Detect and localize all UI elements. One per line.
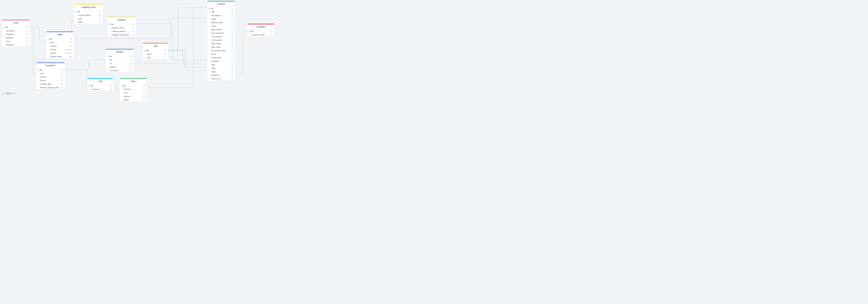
table-row[interactable]: Countryint — [36, 75, 65, 79]
table-cart[interactable]: CartidintCustomerint — [87, 78, 114, 91]
table-row[interactable]: category nameint — [107, 26, 136, 30]
table-seller[interactable]: SelleridintUserintCountryintPicturelongt… — [46, 31, 74, 59]
table-tag[interactable]: Tagidintnameintcolorint — [143, 43, 168, 59]
table-shipping[interactable]: shipping costsidintcountry/regionintcost… — [74, 4, 103, 24]
table-customer[interactable]: CustomeridintUserintCountryintPictureint… — [36, 62, 65, 90]
key-icon — [209, 7, 211, 9]
column-name: Creation date — [40, 83, 52, 85]
table-row[interactable]: Byint — [106, 58, 134, 62]
table-row[interactable]: Category pictureint — [107, 30, 136, 33]
column-type: int — [61, 73, 63, 74]
table-row[interactable]: Primary shipping addressint — [36, 86, 65, 89]
column-name: id — [78, 10, 80, 13]
table-row[interactable]: Fifth pictureint — [208, 42, 235, 45]
table-row[interactable]: Commentint? — [106, 69, 134, 72]
table-row[interactable]: Tag2int — [208, 66, 235, 70]
table-row[interactable]: costint — [74, 17, 103, 21]
table-row[interactable]: Picturelongtext? — [46, 48, 74, 51]
table-row[interactable]: idint — [2, 26, 30, 29]
table-row[interactable]: Common nameint — [248, 33, 274, 37]
column-type: int — [231, 36, 233, 38]
column-type: int — [231, 39, 233, 41]
table-row[interactable]: Stockint — [208, 53, 235, 56]
table-row[interactable]: lastnameint — [2, 36, 30, 39]
table-item[interactable]: ItemidintProductintCartintAmountintStock… — [120, 78, 147, 102]
table-row[interactable]: Categoryint — [208, 59, 235, 63]
column-name: To — [110, 62, 112, 65]
table-row[interactable]: idint — [107, 23, 136, 26]
table-row[interactable]: Toint — [106, 62, 134, 65]
table-row[interactable]: firstnameint — [2, 33, 30, 36]
table-row[interactable]: Pictureint — [36, 79, 65, 82]
table-row[interactable]: colorint — [143, 56, 168, 59]
column-type: int — [271, 30, 273, 32]
table-row[interactable]: Secondary videoint — [208, 49, 235, 53]
column-type: int — [231, 22, 233, 24]
table-row[interactable]: idint — [46, 37, 74, 41]
table-row[interactable]: idint — [87, 84, 113, 88]
table-category[interactable]: Categoryidintcategory nameintCategory pi… — [107, 16, 136, 37]
table-row[interactable]: Descriptionint — [208, 14, 235, 17]
table-row[interactable]: Stockint — [120, 98, 147, 102]
table-row[interactable]: idint — [208, 7, 235, 10]
table-row[interactable]: Amountint — [120, 95, 147, 98]
table-row[interactable]: Main pictureint — [208, 28, 235, 31]
table-review[interactable]: ReviewidintByintTointRatingintCommentint… — [106, 49, 134, 72]
table-row[interactable]: Originint — [208, 24, 235, 28]
table-row[interactable]: Creation datedate — [46, 55, 74, 58]
table-row[interactable]: Forth pictureint — [208, 38, 235, 42]
column-name: password — [6, 44, 14, 46]
table-row[interactable]: Category descriptionint — [107, 33, 136, 37]
table-title: Cart — [87, 79, 113, 84]
key-icon — [89, 85, 90, 87]
table-row[interactable]: idint — [106, 55, 134, 58]
column-name: Category description — [111, 34, 129, 36]
key-icon — [3, 26, 5, 28]
table-row[interactable]: idint — [120, 84, 147, 88]
column-name: Stock — [211, 53, 216, 55]
column-type: int — [231, 32, 233, 34]
table-row[interactable]: country/regionint — [74, 13, 103, 17]
table-row[interactable]: idint — [74, 10, 103, 13]
table-row[interactable]: sellerint — [74, 21, 103, 24]
table-row[interactable]: Cartint — [120, 91, 147, 95]
table-user[interactable]: Useridintusernameintfirstnameintlastname… — [2, 20, 30, 47]
column-name: firstname — [6, 33, 14, 35]
column-type: int — [132, 30, 134, 32]
table-row[interactable]: Release dateint — [208, 21, 235, 24]
table-row[interactable]: Userint — [36, 72, 65, 75]
table-row[interactable]: Ratingint — [106, 65, 134, 69]
table-product[interactable]: ProductidintTitleintDescriptionintSeller… — [207, 1, 235, 81]
column-type: int — [130, 59, 132, 61]
table-row[interactable]: Customerint — [87, 88, 113, 91]
table-row[interactable]: Third pictureint — [208, 35, 235, 38]
key-icon — [109, 23, 111, 25]
table-row[interactable]: Tag1int — [208, 63, 235, 66]
table-row[interactable]: Productint — [120, 88, 147, 91]
column-name: email — [6, 40, 10, 42]
column-type: int — [61, 69, 63, 71]
column-name: Fifth picture — [211, 42, 221, 45]
table-row[interactable]: idint — [36, 68, 65, 72]
table-row[interactable]: idint — [248, 30, 274, 33]
table-row[interactable]: Expire dateint — [208, 56, 235, 59]
table-row[interactable]: Creation dateint — [36, 82, 65, 86]
table-variation[interactable]: VariationidintCommon nameint — [247, 24, 275, 37]
table-row[interactable]: Main videoint — [208, 45, 235, 49]
table-row[interactable]: passwordint — [2, 43, 30, 46]
table-row[interactable]: Tag3int — [208, 70, 235, 73]
table-row[interactable]: nameint — [143, 52, 168, 56]
table-row[interactable]: idint — [143, 49, 168, 52]
table-row[interactable]: emailint — [2, 39, 30, 43]
table-row[interactable]: Second pictureint — [208, 31, 235, 35]
table-row[interactable]: Titleint — [208, 10, 235, 14]
table-row[interactable]: Countryint — [46, 44, 74, 48]
table-row[interactable]: Verifiedboolean — [46, 51, 74, 55]
table-row[interactable]: Variationsint — [208, 73, 235, 77]
table-row[interactable]: usernameint — [2, 29, 30, 33]
relationship-edge — [65, 70, 89, 88]
table-row[interactable]: Userint — [46, 41, 74, 44]
table-row[interactable]: column_21int — [208, 77, 235, 80]
column-type: int — [132, 27, 134, 29]
table-row[interactable]: Sellerint — [208, 17, 235, 21]
